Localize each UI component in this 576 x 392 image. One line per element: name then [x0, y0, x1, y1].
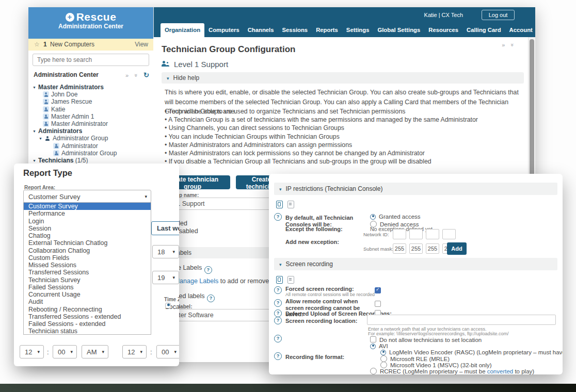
tree-node-technicians[interactable]: Technicians (1/5) [28, 157, 153, 164]
caret-down-icon[interactable] [33, 84, 38, 91]
tab[interactable]: Account [505, 23, 537, 37]
tree-node-user[interactable]: Master Admin 1 [28, 113, 153, 120]
radio-icon[interactable] [370, 368, 377, 374]
network-id-octet-3[interactable] [426, 229, 439, 239]
timezone-local-option[interactable]: Local [165, 303, 179, 311]
tab[interactable]: Organization [161, 23, 204, 37]
paste-settings-icon[interactable] [287, 276, 294, 284]
recording-location-input[interactable] [367, 315, 556, 325]
no-set-location-option[interactable]: Do not allow technicians to set location [370, 336, 482, 343]
rcrec-option[interactable]: RCREC (LogMeIn proprietary – must be con… [370, 368, 534, 374]
expand-all-icon[interactable] [125, 72, 129, 78]
network-id-octet-4[interactable] [442, 229, 456, 239]
report-area-option[interactable]: Session [24, 225, 151, 232]
tree-node-master-administrators[interactable]: Master Administrators [28, 84, 153, 91]
help-icon[interactable] [274, 352, 282, 360]
to-hour-select[interactable]: 12 [122, 345, 147, 358]
day-to-select[interactable]: 19 [152, 271, 179, 284]
tab[interactable]: Sessions [278, 23, 312, 37]
tree-node-user[interactable]: John Doe [28, 91, 153, 98]
report-area-option[interactable]: Chatlog [24, 232, 151, 239]
manage-labels-link[interactable]: Manage Labels [174, 277, 218, 285]
screen-recording-toggle[interactable]: Screen recording [274, 258, 557, 270]
tree-node-user[interactable]: James Rescue [28, 98, 153, 105]
report-area-option[interactable]: Failed Sessions - extended [24, 320, 151, 328]
help-icon[interactable] [274, 286, 282, 294]
radio-icon[interactable] [370, 214, 376, 220]
report-area-option[interactable]: External Technician Chatlog [24, 239, 151, 247]
from-hour-select[interactable]: 12 [20, 345, 44, 358]
tab[interactable]: Channels [244, 23, 278, 37]
report-area-option[interactable]: Technician Survey [24, 276, 151, 284]
tree-node-user[interactable]: Katie [28, 106, 153, 113]
caret-down-icon[interactable] [39, 135, 44, 142]
collapse-all-icon[interactable] [133, 74, 139, 77]
tab[interactable]: Computers [204, 23, 244, 37]
help-icon[interactable] [207, 295, 215, 302]
report-area-option[interactable]: Login [24, 218, 151, 225]
from-minute-select[interactable]: 00 [53, 345, 77, 358]
forced-recording-checkbox[interactable] [375, 287, 381, 293]
add-exception-button[interactable]: Add [447, 242, 467, 255]
ip-restrictions-toggle[interactable]: IP restrictions (Technician Console) [274, 183, 557, 195]
report-area-option[interactable]: Transferred Sessions - extended [24, 313, 151, 320]
last-week-button[interactable]: Last week [151, 221, 179, 235]
rasc-option[interactable]: LogMeIn Video Encoder (RASC) (LogMeIn pr… [380, 349, 563, 355]
paste-settings-icon[interactable] [287, 201, 294, 208]
report-area-option[interactable]: Customer Survey [24, 203, 151, 210]
tree-node-administrator-group[interactable]: Administrator Group [28, 135, 153, 142]
converted-link[interactable]: converted [487, 368, 514, 374]
from-ampm-select[interactable]: AM [82, 345, 108, 358]
report-area-option[interactable]: Audit [24, 298, 151, 305]
tree-node-user[interactable]: Administrator Group [28, 150, 153, 157]
report-area-option[interactable]: Failed Sessions [24, 284, 151, 291]
checkbox-icon[interactable] [370, 336, 376, 342]
help-icon[interactable] [204, 266, 212, 274]
report-area-option[interactable]: Missed Sessions [24, 262, 151, 269]
network-id-octet-1[interactable] [393, 229, 406, 239]
report-area-option[interactable]: Custom Fields [24, 254, 151, 262]
tab[interactable]: Calling Card [462, 23, 505, 37]
report-area-option[interactable]: Collaboration Chatlog [24, 247, 151, 254]
network-id-octet-2[interactable] [409, 229, 423, 239]
granted-access-option[interactable]: Granted access [370, 214, 421, 220]
tab[interactable]: Settings [342, 23, 374, 37]
report-area-option[interactable]: Technician status [24, 328, 151, 335]
radio-icon[interactable] [370, 344, 376, 349]
tab[interactable]: Resources [424, 23, 462, 37]
radio-icon[interactable] [165, 303, 171, 308]
search-input[interactable] [33, 54, 149, 66]
help-icon[interactable] [274, 213, 282, 221]
tab[interactable]: Reports [312, 23, 342, 37]
help-icon[interactable] [274, 309, 282, 317]
subnet-octet-2[interactable] [409, 243, 423, 254]
refresh-icon[interactable] [143, 71, 149, 79]
help-icon[interactable] [274, 299, 282, 307]
view-link[interactable]: View [135, 39, 148, 51]
report-area-option[interactable]: Rebooting / Reconnecting [24, 306, 151, 313]
allow-remote-checkbox[interactable] [375, 301, 381, 307]
report-area-select[interactable]: Customer Survey [23, 190, 151, 203]
caret-down-icon[interactable] [33, 128, 38, 135]
radio-icon[interactable] [380, 350, 386, 355]
help-icon[interactable] [274, 335, 282, 342]
subnet-octet-1[interactable] [393, 243, 406, 254]
avi-option[interactable]: AVI [370, 343, 388, 349]
tab[interactable]: Global Settings [373, 23, 424, 37]
help-icon[interactable] [274, 317, 282, 324]
report-area-option[interactable]: Performance [24, 210, 151, 217]
expand-panel-icon[interactable] [502, 42, 505, 48]
day-from-select[interactable]: 18 [152, 245, 179, 258]
copy-settings-icon[interactable] [276, 276, 283, 284]
collapse-panel-icon[interactable] [509, 43, 516, 46]
tree-node-user[interactable]: Master Administrator [28, 120, 153, 127]
logout-button[interactable]: Log out [482, 10, 515, 20]
copy-settings-icon[interactable] [276, 201, 283, 208]
hide-help-toggle[interactable]: Hide help [162, 72, 524, 84]
tree-node-user[interactable]: Administrator [28, 142, 153, 150]
subnet-octet-3[interactable] [426, 243, 439, 254]
to-minute-select[interactable]: 00 [156, 345, 179, 358]
report-area-option[interactable]: Transferred Sessions [24, 269, 151, 276]
report-area-option[interactable]: Concurrent Usage [24, 291, 151, 298]
tree-node-administrators[interactable]: Administrators [28, 127, 153, 135]
